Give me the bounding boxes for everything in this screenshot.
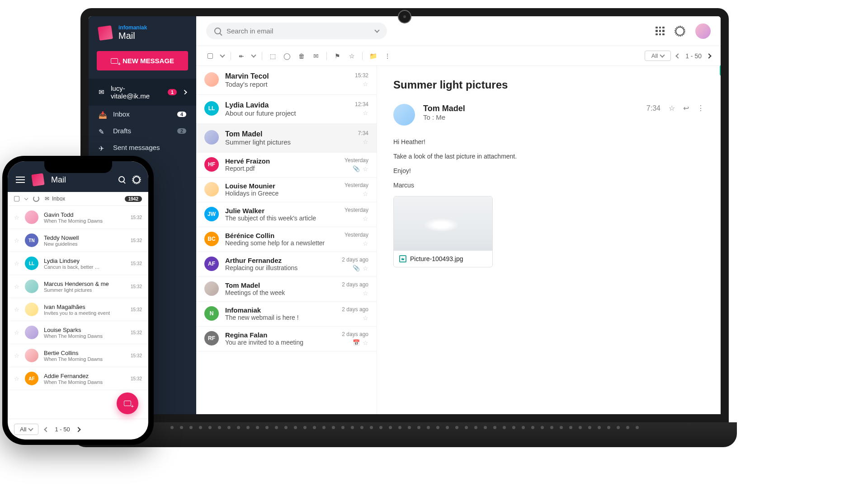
reader-subject: Summer light pictures bbox=[393, 79, 704, 91]
star-icon[interactable]: ☆ bbox=[363, 339, 368, 346]
mark-read-icon[interactable]: ✉ bbox=[312, 52, 320, 60]
email-list-item[interactable]: Louise Mounier Holidays in Greece Yester… bbox=[196, 178, 377, 202]
pager-next-icon[interactable] bbox=[75, 427, 80, 432]
mobile-filter-dropdown[interactable]: All bbox=[14, 424, 38, 435]
account-selector[interactable]: ✉ lucy-vitale@ik.me 1 bbox=[89, 79, 196, 106]
star-icon[interactable]: ☆ bbox=[14, 352, 19, 359]
more-icon[interactable]: ⋮ bbox=[697, 104, 704, 112]
sidebar-item-drafts[interactable]: ✎ Drafts 2 bbox=[89, 122, 196, 139]
move-folder-icon[interactable]: 📁 bbox=[369, 52, 377, 60]
select-dropdown-icon[interactable] bbox=[220, 52, 225, 57]
mobile-email-item[interactable]: ☆ AF Addie Fernandez When The Morning Da… bbox=[8, 367, 148, 390]
mobile-email-item[interactable]: ☆ Marcus Henderson & me Summer light pic… bbox=[8, 275, 148, 298]
email-reader: Summer light pictures Tom Madel To : Me … bbox=[377, 66, 721, 414]
hamburger-menu-icon[interactable] bbox=[16, 177, 25, 183]
star-icon[interactable]: ☆ bbox=[14, 283, 19, 290]
email-list-item[interactable]: LL Lydia Lavida About our future project… bbox=[196, 95, 377, 124]
flag-icon[interactable]: ⚑ bbox=[333, 52, 341, 60]
star-icon[interactable]: ☆ bbox=[363, 265, 368, 272]
refresh-icon[interactable] bbox=[33, 196, 39, 202]
email-sender: Marvin Tecol bbox=[225, 72, 349, 80]
mail-logo-icon bbox=[98, 25, 113, 41]
search-box[interactable] bbox=[206, 23, 387, 39]
attachment-name: Picture-100493.jpg bbox=[410, 255, 463, 262]
email-toolbar: ↞ ⬚ ◯ 🗑 ✉ ⚑ ☆ 📁 ⋮ All bbox=[196, 46, 721, 66]
mobile-email-item[interactable]: ☆ TN Teddy Nowell New guidelines 15:32 bbox=[8, 229, 148, 252]
sender-avatar bbox=[204, 130, 219, 145]
email-list-item[interactable]: Marvin Tecol Today's report 15:32 ☆ bbox=[196, 66, 377, 95]
star-icon[interactable]: ☆ bbox=[363, 190, 368, 197]
attachment-icon: 📎 bbox=[353, 265, 360, 272]
brand: infomaniak Mail bbox=[89, 24, 196, 51]
email-list-item[interactable]: AF Arthur Fernandez Replacing our illust… bbox=[196, 252, 377, 277]
reader-body-line: Take a look of the last picture in attac… bbox=[393, 153, 704, 160]
star-icon[interactable]: ☆ bbox=[363, 80, 368, 88]
chevron-down-icon[interactable] bbox=[374, 28, 379, 33]
chevron-down-icon[interactable] bbox=[24, 196, 28, 200]
pager-prev-icon[interactable] bbox=[676, 53, 681, 58]
mobile-footer: All 1 - 50 bbox=[8, 419, 148, 439]
star-icon[interactable]: ☆ bbox=[14, 237, 19, 244]
mobile-email-item[interactable]: ☆ Louise Sparks When The Morning Dawns 1… bbox=[8, 321, 148, 344]
email-list-item[interactable]: Tom Madel Summer light pictures 7:34 ☆ bbox=[196, 124, 377, 153]
sender-avatar: TN bbox=[25, 234, 38, 247]
settings-gear-icon[interactable] bbox=[675, 27, 684, 36]
reader-body-line: Hi Heather! bbox=[393, 138, 704, 145]
sidebar-item-sent-messages[interactable]: ✈ Sent messages bbox=[89, 139, 196, 156]
pager-prev-icon[interactable] bbox=[44, 427, 49, 432]
star-icon[interactable]: ☆ bbox=[363, 314, 368, 322]
apps-grid-icon[interactable] bbox=[656, 27, 665, 36]
sidebar-item-inbox[interactable]: 📥 Inbox 4 bbox=[89, 106, 196, 122]
reply-icon[interactable]: ↩ bbox=[683, 104, 689, 112]
folder-icon: ✈ bbox=[99, 145, 107, 151]
attachment-card[interactable]: Picture-100493.jpg bbox=[393, 196, 493, 267]
select-all-checkbox[interactable] bbox=[14, 196, 19, 201]
spam-icon[interactable]: ◯ bbox=[283, 52, 291, 60]
search-input[interactable] bbox=[226, 27, 370, 35]
email-subject: When The Morning Dawns bbox=[44, 218, 125, 224]
star-icon[interactable]: ☆ bbox=[348, 52, 356, 60]
email-subject: Cancun is back, better … bbox=[44, 264, 125, 270]
compose-fab[interactable] bbox=[117, 393, 138, 414]
user-avatar[interactable] bbox=[695, 23, 711, 39]
star-icon[interactable]: ☆ bbox=[14, 214, 19, 221]
new-message-button[interactable]: NEW MESSAGE bbox=[97, 51, 188, 70]
mobile-email-item[interactable]: ☆ Ivan Magalhães Invites you to a meetin… bbox=[8, 298, 148, 321]
archive-icon[interactable]: ⬚ bbox=[269, 52, 277, 60]
email-list-item[interactable]: Tom Madel Meetings of the week 2 days ag… bbox=[196, 277, 377, 302]
email-list-item[interactable]: HF Hervé Fraizon Report.pdf Yesterday 📎 … bbox=[196, 153, 377, 178]
star-icon[interactable]: ☆ bbox=[14, 306, 19, 313]
mobile-pager-range: 1 - 50 bbox=[55, 426, 70, 433]
mobile-inbox-count: 1942 bbox=[125, 196, 142, 202]
star-icon[interactable]: ☆ bbox=[363, 240, 368, 247]
search-icon[interactable] bbox=[118, 176, 125, 182]
sender-avatar: RF bbox=[204, 331, 219, 346]
star-icon[interactable]: ☆ bbox=[363, 215, 368, 222]
star-icon[interactable]: ☆ bbox=[14, 375, 19, 382]
mobile-email-item[interactable]: ☆ Bertie Collins When The Morning Dawns … bbox=[8, 344, 148, 367]
star-icon[interactable]: ☆ bbox=[363, 165, 368, 173]
star-icon[interactable]: ☆ bbox=[14, 329, 19, 336]
filter-all-dropdown[interactable]: All bbox=[645, 51, 671, 61]
more-icon[interactable]: ⋮ bbox=[383, 52, 392, 60]
sender-avatar: BC bbox=[204, 232, 219, 246]
email-subject: Today's report bbox=[225, 80, 349, 88]
delete-icon[interactable]: 🗑 bbox=[297, 52, 306, 60]
select-all-checkbox[interactable] bbox=[206, 52, 214, 60]
mobile-email-item[interactable]: ☆ Gavin Todd When The Morning Dawns 15:3… bbox=[8, 206, 148, 229]
email-list-item[interactable]: JW Julie Walker The subject of this week… bbox=[196, 202, 377, 227]
settings-gear-icon[interactable] bbox=[133, 176, 140, 183]
email-list-item[interactable]: RF Regina Falan You are invited to a mee… bbox=[196, 327, 377, 351]
email-list-item[interactable]: BC Bérénice Collin Needing some help for… bbox=[196, 227, 377, 252]
email-list-item[interactable]: N Infomaniak The new webmail is here ! 2… bbox=[196, 302, 377, 327]
star-icon[interactable]: ☆ bbox=[669, 104, 675, 112]
pager-next-icon[interactable] bbox=[706, 53, 711, 58]
star-icon[interactable]: ☆ bbox=[363, 138, 368, 145]
star-icon[interactable]: ☆ bbox=[363, 290, 368, 297]
email-sender: Lydia Lindsey bbox=[44, 257, 125, 264]
star-icon[interactable]: ☆ bbox=[363, 109, 368, 117]
mobile-email-item[interactable]: ☆ LL Lydia Lindsey Cancun is back, bette… bbox=[8, 252, 148, 275]
reply-all-icon[interactable]: ↞ bbox=[237, 52, 245, 60]
reply-dropdown-icon[interactable] bbox=[251, 52, 256, 57]
star-icon[interactable]: ☆ bbox=[14, 260, 19, 267]
